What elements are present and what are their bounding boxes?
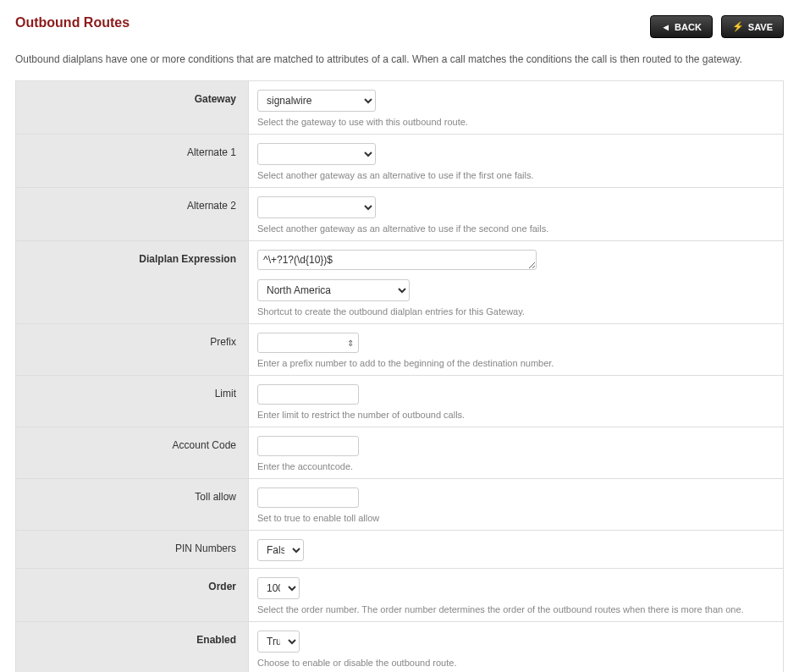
alternate2-select[interactable] [257, 196, 376, 218]
intro-text: Outbound dialplans have one or more cond… [15, 53, 784, 65]
header-actions: ◄ BACK ⚡ SAVE [650, 15, 784, 38]
row-limit: Limit Enter limit to restrict the number… [16, 376, 783, 427]
content-tollallow: Set to true to enable toll allow [249, 479, 783, 530]
label-limit: Limit [16, 376, 249, 427]
help-gateway: Select the gateway to use with this outb… [257, 117, 774, 127]
content-enabled: True Choose to enable or disable the out… [249, 622, 783, 672]
form-table: Gateway signalwire Select the gateway to… [15, 80, 784, 672]
enabled-select[interactable]: True [257, 631, 300, 653]
help-dialplan: Shortcut to create the outbound dialplan… [257, 306, 774, 317]
back-icon: ◄ [661, 22, 670, 32]
content-dialplan: ^\+?1?(\d{10})$ North America Shortcut t… [249, 241, 783, 323]
page-title: Outbound Routes [15, 15, 129, 30]
label-dialplan: Dialplan Expression [16, 241, 249, 323]
label-order: Order [16, 569, 249, 621]
back-label: BACK [675, 22, 702, 32]
help-tollallow: Set to true to enable toll allow [257, 513, 774, 523]
label-accountcode: Account Code [16, 427, 249, 478]
row-accountcode: Account Code Enter the accountcode. [16, 427, 783, 479]
pinnumbers-select[interactable]: False [257, 539, 304, 561]
row-pinnumbers: PIN Numbers False [16, 531, 783, 569]
save-icon: ⚡ [732, 21, 744, 32]
row-alternate2: Alternate 2 Select another gateway as an… [16, 188, 783, 241]
help-prefix: Enter a prefix number to add to the begi… [257, 358, 774, 368]
content-gateway: signalwire Select the gateway to use wit… [249, 81, 783, 134]
alternate1-select[interactable] [257, 143, 376, 165]
row-prefix: Prefix ⇕ Enter a prefix number to add to… [16, 324, 783, 376]
dialplan-region-select[interactable]: North America [257, 279, 410, 301]
content-limit: Enter limit to restrict the number of ou… [249, 376, 783, 427]
tollallow-input[interactable] [257, 487, 359, 508]
help-alternate1: Select another gateway as an alternative… [257, 170, 774, 180]
accountcode-input[interactable] [257, 436, 359, 456]
save-label: SAVE [748, 22, 773, 32]
content-prefix: ⇕ Enter a prefix number to add to the be… [249, 324, 783, 375]
row-dialplan: Dialplan Expression ^\+?1?(\d{10})$ Nort… [16, 241, 783, 324]
order-select[interactable]: 100 [257, 577, 300, 599]
help-accountcode: Enter the accountcode. [257, 461, 774, 471]
row-order: Order 100 Select the order number. The o… [16, 569, 783, 622]
content-accountcode: Enter the accountcode. [249, 427, 783, 478]
content-order: 100 Select the order number. The order n… [249, 569, 783, 621]
dialplan-expression-input[interactable]: ^\+?1?(\d{10})$ [257, 250, 537, 270]
label-tollallow: Toll allow [16, 479, 249, 530]
label-gateway: Gateway [16, 81, 249, 134]
gateway-select[interactable]: signalwire [257, 90, 376, 112]
help-enabled: Choose to enable or disable the outbound… [257, 658, 774, 668]
content-alternate1: Select another gateway as an alternative… [249, 135, 783, 187]
save-button[interactable]: ⚡ SAVE [721, 15, 784, 38]
help-limit: Enter limit to restrict the number of ou… [257, 410, 774, 420]
limit-input[interactable] [257, 384, 359, 405]
content-alternate2: Select another gateway as an alternative… [249, 188, 783, 240]
row-gateway: Gateway signalwire Select the gateway to… [16, 81, 783, 135]
label-enabled: Enabled [16, 622, 249, 672]
label-alternate2: Alternate 2 [16, 188, 249, 240]
label-pinnumbers: PIN Numbers [16, 531, 249, 568]
help-order: Select the order number. The order numbe… [257, 604, 774, 614]
content-pinnumbers: False [249, 531, 783, 568]
label-alternate1: Alternate 1 [16, 135, 249, 187]
row-enabled: Enabled True Choose to enable or disable… [16, 622, 783, 672]
row-tollallow: Toll allow Set to true to enable toll al… [16, 479, 783, 531]
prefix-input[interactable] [257, 333, 359, 353]
back-button[interactable]: ◄ BACK [650, 15, 713, 38]
row-alternate1: Alternate 1 Select another gateway as an… [16, 135, 783, 188]
label-prefix: Prefix [16, 324, 249, 375]
prefix-stepper-icon: ⇕ [347, 339, 354, 348]
help-alternate2: Select another gateway as an alternative… [257, 223, 774, 234]
